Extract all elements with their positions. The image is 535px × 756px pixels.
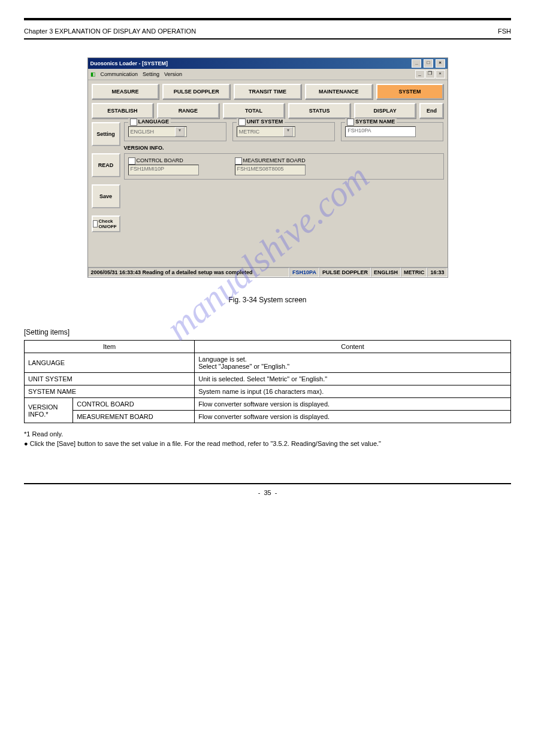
header-rule-thick: [24, 18, 511, 20]
system-name-label: SYSTEM NAME: [355, 119, 395, 125]
status-name: FSH10PA: [289, 268, 319, 277]
cell-measurement-board: MEASUREMENT BOARD: [73, 411, 195, 423]
unit-system-select[interactable]: METRIC ▾: [237, 126, 295, 137]
check-onoff-button[interactable]: Check ON/OFF: [92, 215, 120, 232]
check-checkbox[interactable]: [93, 220, 98, 227]
version-info-label: VERSION INFO.: [124, 145, 444, 151]
cell-unit-system-desc: Unit is selected. Select "Metric" or "En…: [195, 373, 511, 385]
cell-version-info: VERSION INFO.*: [25, 398, 73, 423]
table-row: SYSTEM NAME System name is input (16 cha…: [25, 385, 511, 398]
setting-button[interactable]: Setting: [92, 122, 120, 146]
system-name-input[interactable]: FSH10PA: [345, 126, 416, 137]
system-name-checkbox[interactable]: [347, 119, 354, 126]
control-board-value: FSH1MMI10P: [128, 165, 199, 175]
chevron-down-icon: ▾: [175, 127, 185, 136]
figure-caption: Fig. 3-34 System screen: [24, 296, 511, 304]
read-button[interactable]: READ: [92, 153, 120, 177]
cell-control-board: CONTROL BOARD: [73, 398, 195, 411]
table-row: Item Content: [25, 341, 511, 353]
language-label: LANGUAGE: [138, 119, 170, 125]
mdi-restore-icon[interactable]: ❐: [425, 70, 435, 78]
settings-table: Item Content LANGUAGE Language is set. S…: [24, 340, 511, 423]
cell-language: LANGUAGE: [25, 353, 195, 373]
table-row: MEASUREMENT BOARD Flow converter softwar…: [25, 411, 511, 423]
language-checkbox[interactable]: [130, 119, 137, 126]
footnote-1: *1 Read only.: [24, 430, 511, 438]
app-window: Duosonics Loader - [SYSTEM] _ □ × ◧ Comm…: [87, 57, 448, 278]
tab-status[interactable]: STATUS: [288, 103, 350, 119]
measurement-board-checkbox[interactable]: [235, 157, 242, 165]
unit-system-label: UNIT SYSTEM: [247, 119, 283, 125]
table-row: LANGUAGE Language is set. Select "Japane…: [25, 353, 511, 373]
tab-establish[interactable]: ESTABLISH: [92, 103, 154, 119]
menubar: ◧ Communication Setting Version _ ❐ ×: [88, 69, 448, 80]
close-icon[interactable]: ×: [436, 59, 445, 68]
tab-maintenance[interactable]: MAINTENANCE: [305, 84, 373, 99]
menu-communication[interactable]: Communication: [101, 71, 138, 77]
save-button[interactable]: Save: [92, 184, 120, 208]
th-content: Content: [195, 341, 511, 353]
cell-system-name: SYSTEM NAME: [25, 385, 195, 398]
check-label: Check ON/OFF: [99, 218, 119, 229]
footer-dash-right: -: [275, 489, 277, 496]
control-board-label: CONTROL BOARD: [137, 157, 183, 163]
language-value: ENGLISH: [131, 129, 155, 135]
tab-display[interactable]: DISPLAY: [354, 103, 416, 119]
cell-control-board-desc: Flow converter software version is displ…: [195, 398, 511, 411]
table-row: UNIT SYSTEM Unit is selected. Select "Me…: [25, 373, 511, 385]
footnote-2: ● Click the [Save] button to save the se…: [24, 440, 511, 447]
tab-transit-time[interactable]: TRANSIT TIME: [234, 84, 301, 99]
header-chapter: Chapter 3 EXPLANATION OF DISPLAY AND OPE…: [24, 28, 196, 35]
tab-system[interactable]: SYSTEM: [376, 84, 444, 99]
app-icon: ◧: [90, 71, 96, 77]
cell-language-desc: Language is set. Select "Japanese" or "E…: [195, 353, 511, 373]
mdi-close-icon[interactable]: ×: [436, 70, 445, 78]
mdi-minimize-icon[interactable]: _: [415, 70, 425, 78]
control-board-checkbox[interactable]: [128, 157, 135, 165]
menu-setting[interactable]: Setting: [143, 71, 159, 77]
cell-measurement-board-desc: Flow converter software version is displ…: [195, 411, 511, 423]
unit-system-value: METRIC: [239, 129, 260, 135]
menu-version[interactable]: Version: [164, 71, 182, 77]
status-message: 2006/05/31 16:33:43 Reading of a detaile…: [88, 268, 290, 277]
tab-measure[interactable]: MEASURE: [92, 84, 159, 99]
header-rule-thin: [24, 38, 511, 40]
tab-pulse-doppler[interactable]: PULSE DOPPLER: [162, 84, 230, 99]
statusbar: 2006/05/31 16:33:43 Reading of a detaile…: [88, 267, 448, 277]
section-label: [Setting items]: [24, 328, 511, 336]
measurement-board-value: FSH1MES08T8005: [235, 165, 306, 175]
table-row: VERSION INFO.* CONTROL BOARD Flow conver…: [25, 398, 511, 411]
minimize-icon[interactable]: _: [412, 59, 421, 68]
footer-dash-left: -: [258, 489, 261, 496]
status-mode: PULSE DOPPLER: [319, 268, 371, 277]
header-model: FSH: [498, 28, 511, 35]
unit-system-checkbox[interactable]: [238, 119, 246, 126]
chevron-down-icon: ▾: [283, 127, 293, 136]
cell-system-name-desc: System name is input (16 characters max)…: [195, 385, 511, 398]
tab-total[interactable]: TOTAL: [223, 103, 285, 119]
language-select[interactable]: ENGLISH ▾: [128, 126, 187, 137]
status-time: 16:33: [427, 268, 447, 277]
status-unit: METRIC: [401, 268, 428, 277]
th-item: Item: [25, 341, 195, 353]
page-number: 35: [264, 489, 271, 496]
titlebar: Duosonics Loader - [SYSTEM] _ □ ×: [88, 58, 448, 69]
measurement-board-label: MEASUREMENT BOARD: [243, 157, 306, 163]
window-title: Duosonics Loader - [SYSTEM]: [90, 60, 168, 66]
cell-unit-system: UNIT SYSTEM: [25, 373, 195, 385]
status-lang: ENGLISH: [371, 268, 401, 277]
footer-rule: [24, 483, 511, 484]
end-button[interactable]: End: [419, 103, 443, 119]
tab-range[interactable]: RANGE: [157, 103, 219, 119]
maximize-icon[interactable]: □: [424, 59, 433, 68]
